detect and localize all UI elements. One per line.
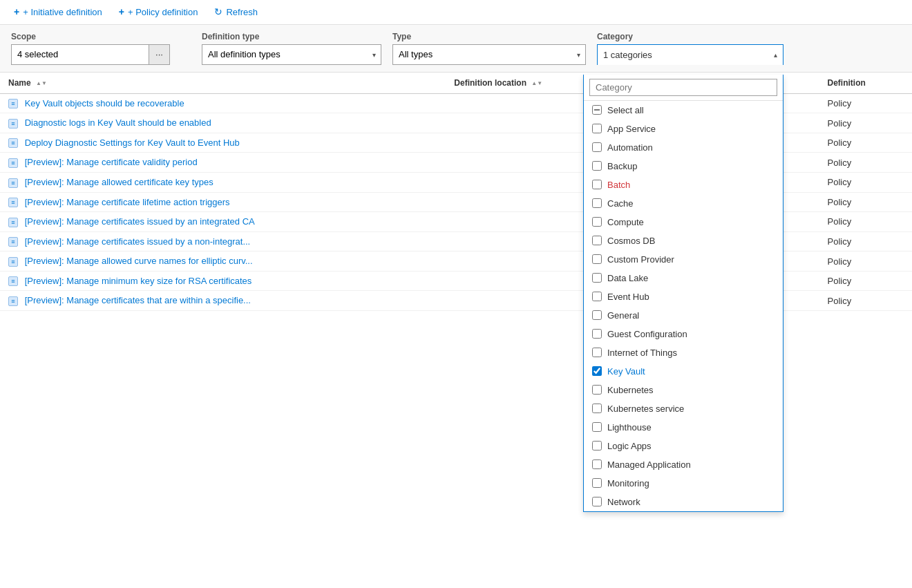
category-item[interactable]: Backup	[584, 157, 783, 176]
toolbar: + + Initiative definition + + Policy def…	[0, 0, 912, 25]
category-item[interactable]: Lighthouse	[584, 418, 783, 437]
category-item-label-12: Guest Configuration	[607, 329, 687, 339]
category-checkbox-16[interactable]	[592, 404, 602, 413]
category-checkbox-8[interactable]	[592, 254, 602, 264]
policy-definition-button[interactable]: + + Policy definition	[116, 5, 201, 19]
policy-name-link-4[interactable]: [Preview]: Manage allowed certificate ke…	[25, 177, 213, 187]
policy-name-link-6[interactable]: [Preview]: Manage certificates issued by…	[25, 216, 255, 227]
category-checkbox-5[interactable]	[592, 198, 602, 208]
category-item-label-2: Automation	[607, 142, 653, 153]
cell-definition-9: Policy	[819, 271, 913, 291]
category-item[interactable]: Logic Apps	[584, 437, 783, 455]
cell-definition-4: Policy	[819, 173, 913, 193]
policy-name-link-9[interactable]: [Preview]: Manage minimum key size for R…	[25, 276, 252, 286]
policy-icon-5: ≡	[8, 198, 18, 207]
category-item[interactable]: Custom Provider	[584, 250, 783, 269]
category-item-label-5: Cache	[607, 198, 634, 209]
category-item[interactable]: Select all	[584, 101, 783, 120]
category-checkbox-0[interactable]	[592, 105, 602, 115]
type-select[interactable]: All types	[392, 44, 586, 65]
category-item[interactable]: Internet of Things	[584, 343, 783, 362]
category-display-button[interactable]: 1 categories ▴	[597, 44, 783, 65]
category-item[interactable]: Guest Configuration	[584, 325, 783, 343]
category-item[interactable]: Batch	[584, 176, 783, 194]
category-checkbox-21[interactable]	[592, 497, 602, 506]
policy-icon-6: ≡	[8, 218, 18, 227]
category-item[interactable]: Cosmos DB	[584, 231, 783, 250]
policy-name-link-2[interactable]: Deploy Diagnostic Settings for Key Vault…	[25, 137, 240, 148]
category-item[interactable]: Kubernetes	[584, 381, 783, 399]
category-checkbox-10[interactable]	[592, 292, 602, 301]
category-item[interactable]: App Service	[584, 120, 783, 138]
defloc-sort-icon[interactable]: ▲▼	[531, 81, 542, 86]
cell-definition-10: Policy	[819, 291, 913, 311]
policy-name-link-1[interactable]: Diagnostic logs in Key Vault should be e…	[25, 117, 211, 128]
category-item[interactable]: General	[584, 306, 783, 325]
category-checkbox-17[interactable]	[592, 422, 602, 432]
category-search-input[interactable]	[589, 79, 777, 96]
category-checkbox-11[interactable]	[592, 310, 602, 320]
category-item[interactable]: Event Hub	[584, 287, 783, 306]
category-item[interactable]: Data Lake	[584, 269, 783, 287]
policy-name-link-5[interactable]: [Preview]: Manage certificate lifetime a…	[25, 197, 230, 207]
scope-input[interactable]	[11, 44, 149, 65]
category-checkbox-18[interactable]	[592, 441, 602, 451]
policy-definition-label: + Policy definition	[128, 7, 198, 17]
policy-name-link-0[interactable]: Key Vault objects should be recoverable	[25, 98, 184, 108]
category-item-label-3: Backup	[607, 161, 637, 171]
category-value-text: 1 categories	[603, 50, 652, 60]
policy-name-link-7[interactable]: [Preview]: Manage certificates issued by…	[25, 236, 251, 247]
category-checkbox-9[interactable]	[592, 273, 602, 283]
category-item[interactable]: Monitoring	[584, 474, 783, 493]
deftype-select[interactable]: All definition types	[202, 44, 381, 65]
category-checkbox-1[interactable]	[592, 124, 602, 133]
category-input-row: 1 categories ▴	[597, 44, 783, 65]
category-checkbox-7[interactable]	[592, 236, 602, 245]
cell-definition-0: Policy	[819, 93, 913, 113]
category-checkbox-20[interactable]	[592, 478, 602, 488]
category-checkbox-12[interactable]	[592, 329, 602, 339]
category-item[interactable]: Compute	[584, 213, 783, 231]
scope-input-row: ···	[11, 44, 191, 65]
category-checkbox-19[interactable]	[592, 459, 602, 469]
initiative-definition-label: + Initiative definition	[23, 7, 102, 17]
name-sort-icon[interactable]: ▲▼	[36, 81, 47, 86]
scope-filter: Scope ···	[11, 32, 191, 65]
category-item-label-0: Select all	[607, 105, 644, 115]
category-item[interactable]: Automation	[584, 138, 783, 157]
policy-name-link-8[interactable]: [Preview]: Manage allowed curve names fo…	[25, 256, 253, 266]
category-item[interactable]: Cache	[584, 194, 783, 213]
category-item[interactable]: Key Vault	[584, 362, 783, 381]
category-item[interactable]: Kubernetes service	[584, 399, 783, 418]
category-checkbox-15[interactable]	[592, 385, 602, 395]
plus-icon-initiative: +	[14, 6, 19, 17]
refresh-label: Refresh	[226, 7, 258, 17]
type-select-wrapper: All types ▾	[392, 44, 586, 65]
category-item-label-20: Monitoring	[607, 478, 649, 489]
plus-icon-policy: +	[119, 6, 124, 17]
policy-icon-0: ≡	[8, 99, 18, 108]
scope-dots-button[interactable]: ···	[149, 44, 170, 65]
policy-name-link-3[interactable]: [Preview]: Manage certificate validity p…	[25, 157, 198, 167]
category-label: Category	[597, 32, 783, 41]
category-checkbox-4[interactable]	[592, 180, 602, 189]
policy-icon-10: ≡	[8, 296, 18, 306]
category-items-list: Select allApp ServiceAutomationBackupBat…	[584, 101, 783, 511]
scope-label: Scope	[11, 32, 191, 41]
category-checkbox-13[interactable]	[592, 348, 602, 357]
deftype-select-wrapper: All definition types ▾	[202, 44, 381, 65]
category-checkbox-2[interactable]	[592, 142, 602, 152]
policy-icon-9: ≡	[8, 276, 18, 286]
refresh-button[interactable]: ↻ Refresh	[211, 5, 260, 19]
category-checkbox-6[interactable]	[592, 217, 602, 227]
category-item[interactable]: Managed Application	[584, 455, 783, 474]
policy-name-link-10[interactable]: [Preview]: Manage certificates that are …	[25, 295, 251, 305]
category-checkbox-3[interactable]	[592, 161, 602, 171]
category-item[interactable]: Network	[584, 493, 783, 511]
category-checkbox-14[interactable]	[592, 366, 602, 376]
refresh-icon: ↻	[214, 6, 222, 17]
dots-icon: ···	[155, 49, 163, 59]
app-layout: + + Initiative definition + + Policy def…	[0, 0, 912, 588]
initiative-definition-button[interactable]: + + Initiative definition	[11, 5, 105, 19]
category-item-label-14: Key Vault	[607, 366, 645, 377]
